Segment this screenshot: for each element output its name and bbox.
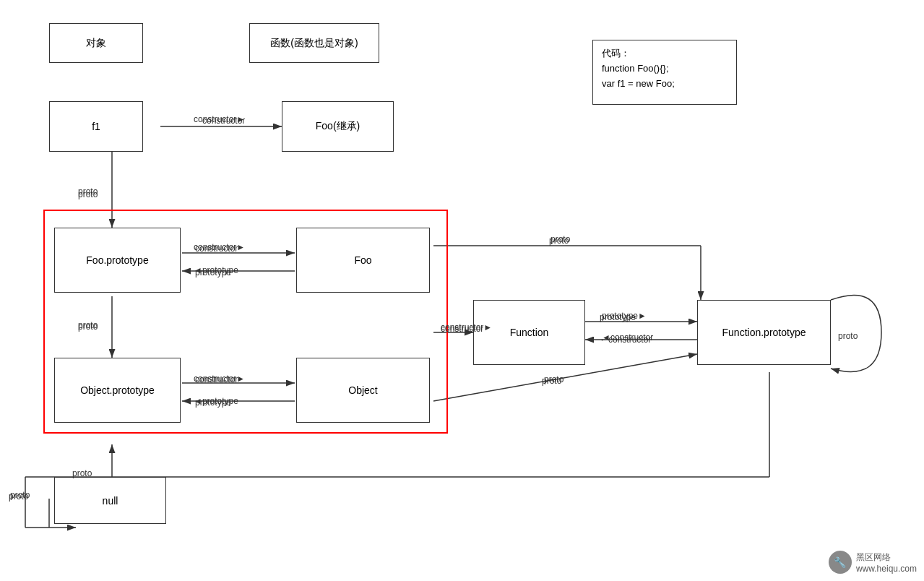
object-main-box: Object — [296, 358, 430, 423]
f1-label: f1 — [92, 121, 100, 132]
proto-arrow-obj-funcproto: proto — [544, 374, 564, 384]
proto-arrow-foo-top: proto — [550, 234, 570, 244]
function-main-box: Function — [473, 300, 585, 365]
proto-arrow-fooproto: proto — [78, 320, 98, 330]
code-line1: 代码： — [602, 46, 727, 61]
object-box: 对象 — [49, 23, 143, 63]
constructor-arrow-right-objproto: constructor► — [194, 374, 245, 384]
foo-inherit-label: Foo(继承) — [316, 120, 360, 133]
function-object-box: 函数(函数也是对象) — [249, 23, 379, 63]
object-prototype-label: Object.prototype — [80, 384, 155, 396]
watermark-site: www.heiqu.com — [856, 564, 917, 574]
prototype-arrow-left-foo: ◄prototype — [194, 265, 238, 275]
function-prototype-box: Function.prototype — [697, 300, 831, 365]
constructor-arrow-right-fooproto: constructor► — [194, 242, 245, 252]
proto-arrow-null-label: proto — [10, 490, 30, 500]
null-box: null — [54, 477, 166, 524]
proto-label-bottom: proto — [72, 468, 92, 478]
prototype-arrow-left-obj: ◄prototype — [194, 396, 238, 406]
proto-arrow-funcproto-self: proto — [838, 331, 858, 341]
code-line3: var f1 = new Foo; — [602, 77, 727, 92]
watermark-brand: 黑区网络 — [856, 551, 917, 564]
function-object-label: 函数(函数也是对象) — [270, 37, 358, 50]
object-main-label: Object — [348, 384, 377, 396]
foo-inherit-box: Foo(继承) — [282, 101, 394, 152]
f1-box: f1 — [49, 101, 143, 152]
prototype-arrow-func: prototype► — [602, 311, 647, 321]
code-box: 代码： function Foo(){}; var f1 = new Foo; — [592, 40, 737, 105]
function-main-label: Function — [510, 327, 549, 338]
foo-label: Foo — [354, 254, 371, 266]
proto-arrow-label-f1: proto — [78, 186, 98, 197]
function-prototype-label: Function.prototype — [722, 327, 806, 338]
foo-prototype-label: Foo.prototype — [86, 254, 148, 266]
constructor-arrow-funcproto-func: ◄constructor — [602, 332, 653, 343]
object-prototype-box: Object.prototype — [54, 358, 181, 423]
foo-box: Foo — [296, 228, 430, 293]
watermark: 🔧 黑区网络 www.heiqu.com — [829, 551, 917, 574]
object-label: 对象 — [86, 37, 106, 50]
null-label: null — [103, 495, 118, 507]
constructor-arrow-label-f1-foo: constructor► — [194, 114, 245, 124]
watermark-icon: 🔧 — [829, 551, 852, 574]
code-line2: function Foo(){}; — [602, 61, 727, 77]
constructor-arrow-foo-func: constructor► — [441, 322, 492, 332]
foo-prototype-box: Foo.prototype — [54, 228, 181, 293]
